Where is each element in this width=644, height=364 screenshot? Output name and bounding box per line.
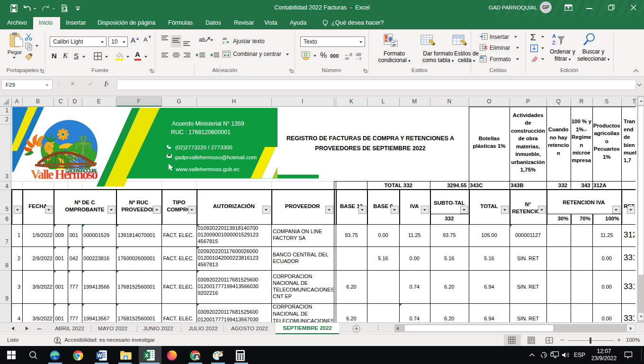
svg-text:,00: ,00: [344, 57, 349, 60]
svg-text:Valle Hermoso: Valle Hermoso: [31, 167, 98, 181]
svg-text:X: X: [145, 352, 149, 358]
svg-text:(02)2773220 / 2773300: (02)2773220 / 2773300: [175, 144, 233, 150]
svg-text:Z: Z: [552, 40, 555, 46]
svg-text:gadprvallehermoso@hotmail.com: gadprvallehermoso@hotmail.com: [175, 154, 257, 160]
svg-text:A: A: [552, 33, 556, 39]
svg-text:RUC : 1768120600001: RUC : 1768120600001: [171, 128, 231, 135]
svg-text:Acuerdo Ministerial N° 1359: Acuerdo Ministerial N° 1359: [172, 120, 244, 127]
svg-text:www.vallehermoso.gob.ec: www.vallehermoso.gob.ec: [175, 166, 240, 172]
svg-text:.00: .00: [355, 52, 361, 57]
svg-text:c: c: [223, 40, 224, 44]
svg-text:→,0: →,0: [355, 57, 361, 60]
svg-text:W: W: [97, 352, 102, 358]
svg-text:←.0: ←.0: [344, 52, 352, 57]
svg-text:ab: ab: [199, 36, 206, 43]
